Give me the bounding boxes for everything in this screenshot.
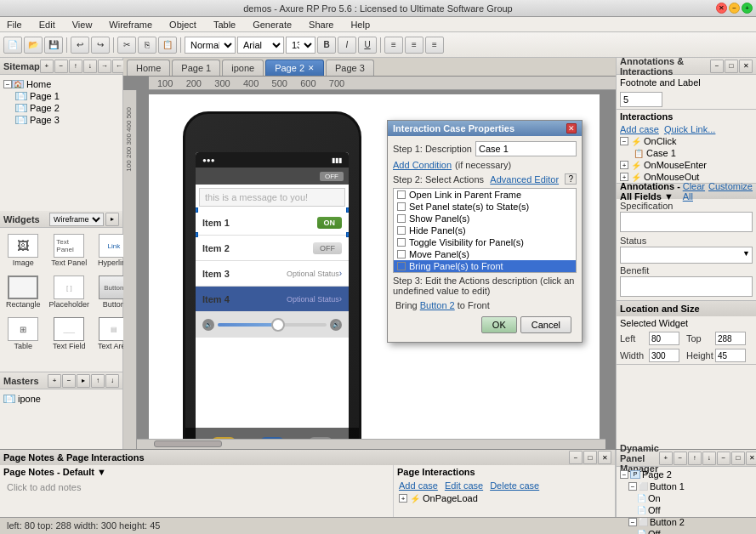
home-expand[interactable]: − (3, 80, 12, 88)
action-hide-panel-check[interactable] (397, 226, 406, 235)
action-show-panel-check[interactable] (397, 214, 406, 223)
sitemap-indent[interactable]: → (98, 60, 111, 73)
minimize-button[interactable]: − (729, 3, 740, 14)
scrollbar-horizontal[interactable] (137, 439, 605, 449)
dp-close[interactable]: ✕ (746, 452, 756, 465)
sitemap-up[interactable]: ↑ (69, 60, 82, 73)
tree-onmouseenter[interactable]: + ⚡ OnMouseEnter (617, 159, 756, 171)
action-open-link[interactable]: Open Link in Parent Frame (394, 189, 576, 201)
tab-ipone[interactable]: ipone (222, 60, 264, 76)
dialog-close-button[interactable]: ✕ (566, 123, 577, 134)
widgets-dropdown[interactable]: Wireframe (49, 213, 104, 226)
toolbar-align-left[interactable]: ≡ (384, 37, 403, 54)
menu-object[interactable]: Object (166, 19, 200, 31)
annotations-icon2[interactable]: □ (725, 60, 738, 73)
handle-bl[interactable] (196, 232, 198, 237)
masters-item-ipone[interactable]: 📄 ipone (3, 393, 119, 405)
phone-off-btn[interactable]: OFF (320, 172, 344, 181)
widgets-icon1[interactable]: ▸ (105, 213, 119, 226)
dp-btn2-off[interactable]: 📄 Off (620, 528, 753, 534)
action-set-panel-state-check[interactable] (397, 202, 406, 211)
item2-toggle[interactable]: OFF (313, 242, 342, 254)
page-notes-icon2[interactable]: □ (583, 451, 597, 464)
menu-file[interactable]: File (3, 19, 26, 31)
toolbar-bold[interactable]: B (317, 37, 336, 54)
action-toggle-visibility[interactable]: Toggle Visibility for Panel(s) (394, 236, 576, 248)
slider-track[interactable] (218, 323, 327, 327)
font-select[interactable]: Arial (237, 37, 284, 54)
action-move-panel-check[interactable] (397, 250, 406, 258)
phone-list-item-1[interactable]: Item 1 ON (196, 210, 349, 236)
advanced-editor-link[interactable]: Advanced Editor (490, 174, 559, 185)
status-input[interactable]: ▼ (620, 247, 753, 264)
toolbar-cut[interactable]: ✂ (117, 37, 136, 54)
page-onpageload[interactable]: + ⚡ OnPageLoad (394, 492, 615, 504)
masters-icon1[interactable]: ▸ (77, 374, 90, 388)
dp-icon5[interactable]: − (717, 452, 730, 465)
fontsize-select[interactable]: 13 (286, 37, 315, 54)
action-move-panel[interactable]: Move Panel(s) (394, 248, 576, 260)
toolbar-undo[interactable]: ↩ (71, 37, 89, 54)
action-set-panel-state[interactable]: Set Panel state(s) to State(s) (394, 201, 576, 213)
page-edit-case[interactable]: Edit case (445, 480, 483, 491)
button2-link[interactable]: Button 2 (420, 300, 455, 310)
add-case-link[interactable]: Add case (620, 124, 659, 134)
toolbar-new[interactable]: 📄 (3, 37, 22, 54)
menu-view[interactable]: View (69, 19, 96, 31)
action-hide-panel[interactable]: Hide Panel(s) (394, 224, 576, 236)
spec-input[interactable] (620, 212, 753, 232)
page-add-case[interactable]: Add case (399, 480, 438, 491)
action-set-variable[interactable]: Set Variable and Widget value(s) equal t… (394, 272, 576, 273)
maximize-button[interactable]: + (742, 3, 753, 14)
sitemap-item-page3[interactable]: 📄 Page 3 (3, 114, 119, 126)
action-show-panel[interactable]: Show Panel(s) (394, 213, 576, 224)
phone-list-item-3[interactable]: Item 3 Optional Status › (196, 261, 349, 287)
toolbar-copy[interactable]: ⎘ (138, 37, 156, 54)
customize-link[interactable]: Customize (708, 181, 753, 202)
widget-textfield[interactable]: ___ Text Field (47, 315, 93, 353)
sitemap-item-page1[interactable]: 📄 Page 1 (3, 90, 119, 102)
sitemap-add[interactable]: + (40, 60, 54, 73)
handle-tl[interactable] (196, 207, 198, 213)
dp-btn2-expand[interactable]: − (628, 518, 637, 526)
menu-share[interactable]: Share (305, 19, 337, 31)
onclick-expand[interactable]: − (620, 137, 628, 145)
widget-image[interactable]: 🖼 Image (3, 231, 43, 270)
menu-help[interactable]: Help (347, 19, 373, 31)
action-toggle-vis-check[interactable] (397, 238, 406, 247)
help-icon[interactable]: ? (565, 173, 577, 185)
ok-button[interactable]: OK (481, 316, 517, 333)
mouseenter-expand[interactable]: + (620, 161, 628, 169)
widget-table[interactable]: ⊞ Table (3, 315, 43, 353)
width-input[interactable] (649, 349, 679, 362)
tab-page3[interactable]: Page 3 (326, 60, 374, 76)
toolbar-paste[interactable]: 📋 (158, 37, 177, 54)
clear-all-link[interactable]: Clear All (683, 181, 705, 202)
dp-btn1-expand[interactable]: − (628, 482, 637, 491)
dp-btn1-on[interactable]: 📄 On (620, 492, 753, 504)
sitemap-down[interactable]: ↓ (83, 60, 97, 73)
dp-icon4[interactable]: ↓ (702, 452, 716, 465)
style-select[interactable]: Normal (185, 37, 236, 54)
notes-click-label[interactable]: Click to add notes (0, 479, 393, 496)
dp-btn1-off[interactable]: 📄 Off (620, 504, 753, 516)
toolbar-align-right[interactable]: ≡ (425, 37, 444, 54)
handle-tr[interactable] (346, 207, 349, 213)
dp-icon1[interactable]: + (659, 452, 673, 465)
footnote-number-input[interactable] (620, 92, 662, 107)
item1-toggle[interactable]: ON (317, 217, 343, 229)
toolbar-underline[interactable]: U (358, 37, 377, 54)
annotations-icon1[interactable]: − (710, 60, 724, 73)
onpageload-expand[interactable]: + (399, 494, 407, 503)
masters-icon2[interactable]: ↑ (91, 374, 105, 388)
cancel-button[interactable]: Cancel (520, 316, 571, 333)
left-input[interactable] (649, 332, 679, 345)
menu-wireframe[interactable]: Wireframe (105, 19, 156, 31)
sitemap-item-home[interactable]: − 🏠 Home (3, 78, 119, 90)
benefit-input[interactable] (620, 276, 753, 297)
page-notes-icon1[interactable]: − (569, 451, 583, 464)
page-notes-close[interactable]: ✕ (598, 451, 611, 464)
phone-list-item-4[interactable]: Item 4 Optional Status › (196, 287, 349, 312)
dp-icon6[interactable]: □ (731, 452, 745, 465)
page-delete-case[interactable]: Delete case (490, 480, 539, 491)
